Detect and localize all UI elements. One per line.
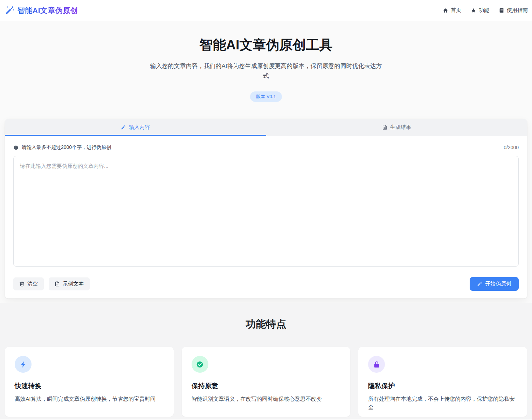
input-panel: 请输入最多不超过2000个字，进行伪原创 0/2000 清空: [5, 136, 527, 298]
char-counter: 0/2000: [504, 145, 519, 150]
document-icon: [382, 125, 387, 130]
tab-input-content[interactable]: 输入内容: [5, 119, 266, 136]
document-icon: [55, 281, 60, 287]
hint-row: 请输入最多不超过2000个字，进行伪原创 0/2000: [13, 144, 519, 151]
page-subtitle: 输入您的文章内容，我们的AI将为您生成原创度更高的版本，保留原意的同时优化表达方…: [148, 61, 385, 81]
feature-title: 快速转换: [15, 381, 164, 391]
magic-wand-icon: [5, 6, 14, 15]
info-icon: [13, 145, 19, 150]
clear-button[interactable]: 清空: [13, 277, 44, 290]
check-circle-icon: [196, 361, 203, 368]
feature-description: 智能识别文章语义，在改写的同时确保核心意思不改变: [192, 395, 341, 403]
icon-bubble: [192, 356, 208, 373]
brand[interactable]: 智能AI文章伪原创: [5, 6, 78, 15]
tab-bar: 输入内容 生成结果: [5, 119, 527, 136]
clear-button-label: 清空: [27, 281, 38, 287]
nav-item-home[interactable]: 首页: [443, 7, 461, 14]
icon-bubble: [15, 356, 32, 373]
navbar: 智能AI文章伪原创 首页 功能 使用指南: [0, 0, 532, 21]
nav-item-label: 使用指南: [507, 7, 528, 14]
tab-label: 输入内容: [129, 124, 150, 131]
feature-title: 隐私保护: [368, 381, 517, 391]
article-input[interactable]: [13, 156, 519, 267]
feature-title: 保持原意: [192, 381, 341, 391]
nav-item-features[interactable]: 功能: [471, 7, 489, 14]
magic-wand-icon: [477, 281, 482, 287]
tab-generated-result[interactable]: 生成结果: [266, 119, 527, 136]
pencil-icon: [121, 125, 126, 130]
actions-row: 清空 示例文本: [13, 277, 519, 291]
home-icon: [443, 8, 448, 13]
feature-card-privacy: 隐私保护 所有处理均在本地完成，不会上传您的内容，保护您的隐私安全: [358, 347, 527, 417]
features-heading: 功能特点: [5, 317, 527, 331]
feature-card-fast-convert: 快速转换 高效AI算法，瞬间完成文章伪原创转换，节省您的宝贵时间: [5, 347, 174, 417]
lightning-icon: [20, 361, 27, 368]
sample-text-button-label: 示例文本: [63, 281, 84, 287]
features-section: 功能特点 快速转换 高效AI算法，瞬间完成文章伪原创转换，节省您的宝贵时间 保持…: [0, 303, 532, 419]
page-title: 智能AI文章伪原创工具: [0, 37, 532, 53]
sample-text-button[interactable]: 示例文本: [49, 277, 90, 290]
version-badge: 版本 V0.1: [250, 91, 282, 102]
input-hint: 请输入最多不超过2000个字，进行伪原创: [13, 144, 111, 151]
trash-icon: [19, 281, 25, 287]
nav-item-label: 首页: [451, 7, 461, 14]
brand-name: 智能AI文章伪原创: [18, 6, 78, 15]
feature-cards: 快速转换 高效AI算法，瞬间完成文章伪原创转换，节省您的宝贵时间 保持原意 智能…: [5, 347, 527, 417]
workspace-card: 输入内容 生成结果 请输入最多不超过2000个字，进行伪原创 0/2000: [5, 119, 527, 298]
tab-label: 生成结果: [390, 124, 411, 131]
main-nav: 首页 功能 使用指南: [443, 7, 528, 14]
nav-item-guide[interactable]: 使用指南: [499, 7, 528, 14]
feature-description: 所有处理均在本地完成，不会上传您的内容，保护您的隐私安全: [368, 395, 517, 412]
start-rewrite-button[interactable]: 开始伪原创: [470, 277, 519, 291]
start-rewrite-button-label: 开始伪原创: [485, 281, 511, 287]
icon-bubble: [368, 356, 385, 373]
feature-card-keep-meaning: 保持原意 智能识别文章语义，在改写的同时确保核心意思不改变: [182, 347, 351, 417]
star-icon: [471, 8, 476, 13]
book-icon: [499, 8, 504, 13]
input-hint-text: 请输入最多不超过2000个字，进行伪原创: [22, 144, 111, 151]
lock-icon: [373, 361, 380, 368]
hero-section: 智能AI文章伪原创工具 输入您的文章内容，我们的AI将为您生成原创度更高的版本，…: [0, 21, 532, 102]
actions-left: 清空 示例文本: [13, 277, 90, 290]
nav-item-label: 功能: [479, 7, 489, 14]
feature-description: 高效AI算法，瞬间完成文章伪原创转换，节省您的宝贵时间: [15, 395, 164, 403]
